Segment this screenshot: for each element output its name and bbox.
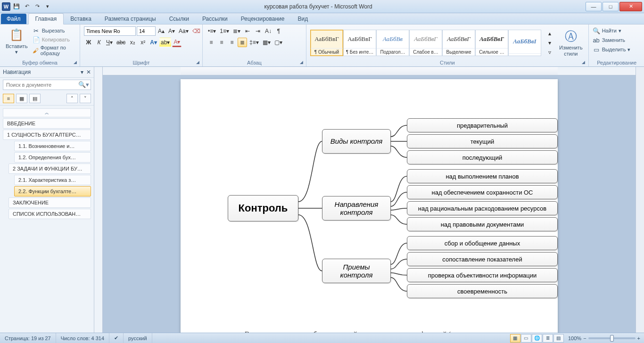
save-icon[interactable]: 💾 — [12, 2, 21, 11]
multilevel-button[interactable]: ≣▾ — [231, 26, 242, 36]
status-proofing[interactable]: ✔ — [109, 333, 124, 343]
nav-view-results[interactable]: ▤ — [29, 94, 41, 103]
file-tab[interactable]: Файл — [1, 14, 26, 24]
qat-customize-icon[interactable]: ▾ — [43, 2, 52, 11]
body-text[interactable]: В системе управления бухгалтерский учет … — [228, 329, 539, 333]
diagram-leaf-box[interactable]: над правовыми документами — [407, 217, 558, 231]
replace-button[interactable]: abЗаменить — [593, 36, 625, 44]
tab-рецензирование[interactable]: Рецензирование — [234, 14, 291, 24]
diagram-leaf-box[interactable]: над выполнением планов — [407, 169, 558, 183]
clipboard-launcher-icon[interactable]: ◢ — [72, 60, 78, 65]
diagram-main-box[interactable]: Контроль — [228, 195, 298, 221]
nav-item[interactable]: СПИСОК ИСПОЛЬЗОВАН… — [8, 209, 91, 219]
font-name-input[interactable] — [84, 26, 136, 36]
shrink-font-button[interactable]: A▾ — [167, 26, 176, 36]
nav-view-pages[interactable]: ▦ — [16, 94, 27, 103]
diagram-mid-box[interactable]: Направления контроля — [322, 196, 391, 220]
undo-icon[interactable]: ↶ — [23, 2, 31, 11]
search-icon[interactable]: 🔍▾ — [78, 81, 89, 88]
borders-button[interactable]: ▢▾ — [273, 38, 284, 47]
styles-scroll-up-icon[interactable]: ▴ — [545, 29, 554, 38]
smartart-diagram[interactable]: Контроль Виды контроляпредварительныйтек… — [228, 107, 539, 310]
find-button[interactable]: 🔍Найти ▾ — [593, 26, 621, 35]
navigation-search-input[interactable] — [3, 80, 91, 90]
clear-formatting-button[interactable]: ⌫ — [191, 26, 202, 36]
nav-item[interactable]: ЗАКЛЮЧЕНИЕ — [8, 197, 91, 208]
text-effects-button[interactable]: A▾ — [149, 38, 158, 47]
tab-вид[interactable]: Вид — [291, 14, 314, 24]
nav-view-headings[interactable]: ≡ — [3, 94, 14, 103]
diagram-leaf-box[interactable]: проверка объективности информации — [407, 268, 558, 282]
nav-item[interactable]: 2.1. Характеристика з… — [14, 175, 91, 185]
decrease-indent-button[interactable]: ⇤ — [243, 26, 252, 36]
paragraph-launcher-icon[interactable]: ◢ — [298, 60, 304, 65]
subscript-button[interactable]: x₂ — [128, 38, 137, 47]
styles-gallery-expand-icon[interactable]: ▿ — [545, 48, 554, 57]
document-scroll[interactable]: Контроль Виды контроляпредварительныйтек… — [103, 67, 636, 333]
align-left-button[interactable]: ≡ — [206, 38, 216, 47]
style-item[interactable]: АаБбВвПодзагол… — [376, 30, 409, 56]
tab-рассылки[interactable]: Рассылки — [196, 14, 234, 24]
nav-prev-icon[interactable]: ˄ — [66, 94, 78, 103]
status-language[interactable]: русский — [124, 333, 152, 343]
diagram-leaf-box[interactable]: сбор и обобщение данных — [407, 236, 558, 250]
strikethrough-button[interactable]: abc — [115, 38, 127, 47]
zoom-out-button[interactable]: − — [583, 335, 586, 341]
style-item[interactable]: АаБбВвГ¶ Без инте… — [343, 30, 376, 56]
page[interactable]: Контроль Виды контроляпредварительныйтек… — [181, 79, 558, 333]
style-item[interactable]: АаБбВвГВыделение — [442, 30, 475, 56]
navigation-close-icon[interactable]: ✕ — [86, 69, 91, 75]
format-painter-button[interactable]: 🖌Формат по образцу — [33, 44, 76, 57]
status-word-count[interactable]: Число слов: 4 314 — [56, 333, 109, 343]
paste-button[interactable]: 📋 Вставить ▾ — [4, 26, 30, 56]
style-item[interactable]: АаБбВвГСлабое в… — [409, 30, 442, 56]
tab-главная[interactable]: Главная — [28, 13, 64, 24]
diagram-leaf-box[interactable]: над рациональным расходованием ресурсов — [407, 201, 558, 215]
nav-item[interactable]: 2.2. Функции бухгалте… — [14, 186, 91, 196]
nav-collapse-bar[interactable]: ︽ — [3, 108, 91, 117]
select-button[interactable]: ▭Выделить ▾ — [593, 45, 631, 54]
diagram-leaf-box[interactable]: сопоставление показателей — [407, 252, 558, 266]
view-draft[interactable]: ▤ — [553, 334, 564, 343]
font-color-button[interactable]: A▾ — [172, 38, 182, 47]
numbering-button[interactable]: 1≡▾ — [218, 26, 231, 36]
align-center-button[interactable]: ≡ — [217, 38, 226, 47]
style-item[interactable]: АаБбВвГСильное … — [475, 30, 508, 56]
zoom-level[interactable]: 100% — [568, 335, 581, 341]
grow-font-button[interactable]: A▴ — [157, 26, 166, 36]
nav-item[interactable]: 1.1. Возникновение и… — [14, 141, 91, 151]
diagram-leaf-box[interactable]: предварительный — [407, 118, 558, 132]
diagram-leaf-box[interactable]: своевременность — [407, 284, 558, 298]
view-print-layout[interactable]: ▦ — [510, 334, 520, 343]
change-case-button[interactable]: Aa▾ — [177, 26, 190, 36]
tab-разметка страницы[interactable]: Разметка страницы — [98, 14, 163, 24]
bold-button[interactable]: Ж — [84, 38, 93, 47]
nav-item[interactable]: 1 СУЩНОСТЬ БУХГАЛТЕРС… — [3, 130, 91, 140]
bullets-button[interactable]: •≡▾ — [206, 26, 217, 36]
horizontal-ruler[interactable] — [103, 67, 636, 75]
minimize-button[interactable]: — — [586, 2, 602, 11]
sort-button[interactable]: A↓ — [264, 26, 273, 36]
italic-button[interactable]: К — [94, 38, 104, 47]
zoom-in-button[interactable]: + — [637, 335, 640, 341]
nav-item[interactable]: 1.2. Определения бух… — [14, 152, 91, 163]
diagram-mid-box[interactable]: Приемы контроля — [322, 259, 391, 283]
copy-button[interactable]: 📄Копировать — [33, 35, 76, 44]
cut-button[interactable]: ✂Вырезать — [33, 26, 76, 35]
vertical-scrollbar[interactable] — [636, 67, 644, 333]
status-page[interactable]: Страница: 19 из 27 — [0, 333, 56, 343]
vertical-ruler[interactable] — [94, 67, 103, 333]
redo-icon[interactable]: ↷ — [33, 2, 41, 11]
tab-ссылки[interactable]: Ссылки — [163, 14, 196, 24]
align-right-button[interactable]: ≡ — [227, 38, 237, 47]
nav-item[interactable]: 2 ЗАДАЧИ И ФУНКЦИИ БУ… — [8, 163, 91, 174]
style-item[interactable]: АаБбВвІ — [508, 30, 541, 56]
diagram-leaf-box[interactable]: над обеспечением сохранности ОС — [407, 185, 558, 199]
view-web-layout[interactable]: 🌐 — [532, 334, 542, 343]
styles-scroll-down-icon[interactable]: ▾ — [545, 38, 554, 48]
underline-button[interactable]: Ч ▾ — [105, 38, 114, 47]
view-outline[interactable]: ≣ — [543, 334, 553, 343]
close-button[interactable]: ✕ — [619, 2, 642, 11]
font-launcher-icon[interactable]: ◢ — [195, 60, 200, 65]
shading-button[interactable]: ▦▾ — [261, 38, 272, 47]
